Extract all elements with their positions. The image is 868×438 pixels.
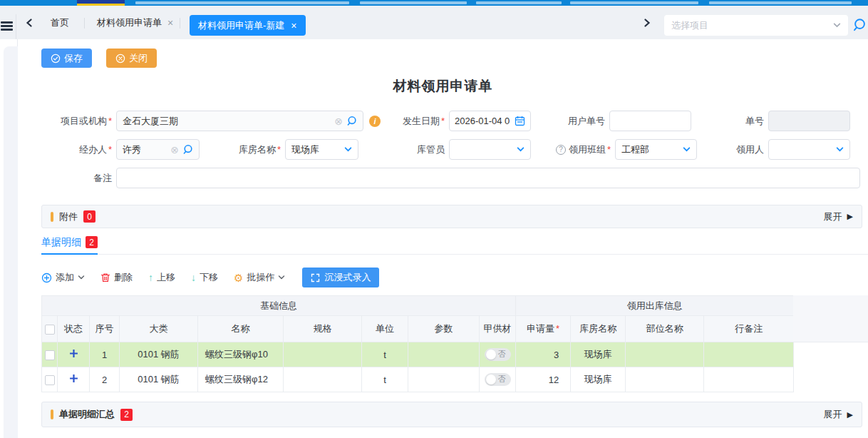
supplied-toggle[interactable]: 否 (485, 373, 511, 386)
cell-qty[interactable]: 3 (516, 342, 571, 367)
save-button[interactable]: 保存 (41, 49, 92, 68)
top-menu-strip (0, 0, 868, 6)
chevron-down-icon (344, 146, 352, 153)
date-input[interactable]: 2026-01-04 0 (449, 111, 531, 131)
project-input[interactable]: 金石大厦三期 ⊗ (116, 111, 363, 131)
search-icon[interactable] (346, 116, 357, 126)
expand-label: 展开 (824, 210, 842, 223)
form-content: 保存 关闭 材料领用申请单 项目或机构* 金石大厦三期 ⊗ i 发生日期* (18, 39, 868, 438)
row-checkbox[interactable] (45, 375, 55, 385)
table-row[interactable]: 2 0101 钢筋 螺纹三级钢φ12 t 否 12 现场库 (42, 367, 794, 392)
select-all-checkbox[interactable] (45, 325, 55, 335)
row-status-cell (58, 367, 90, 392)
delete-row-button[interactable]: 删除 (100, 271, 133, 284)
close-button[interactable]: 关闭 (106, 49, 157, 68)
handler-value: 许秀 (123, 143, 167, 156)
add-row-button[interactable]: 添加 (41, 271, 85, 284)
doc-no-label: 单号 (745, 115, 764, 128)
summary-expand-button[interactable]: 展开 ▶ (824, 408, 853, 421)
tab-home[interactable]: 首页 (51, 16, 69, 30)
chevron-down-icon (78, 274, 85, 281)
cell-row-remark[interactable] (704, 367, 794, 392)
col-category: 大类 (120, 316, 198, 342)
attachments-section-bar[interactable]: 附件 0 展开 ▶ (41, 205, 862, 228)
attachments-label: 附件 (59, 210, 78, 223)
col-spec: 规格 (284, 316, 362, 342)
team-select[interactable]: 工程部 (615, 139, 697, 160)
remark-input[interactable] (116, 168, 860, 188)
cell-name[interactable]: 螺纹三级钢φ10 (198, 342, 284, 367)
delete-label: 删除 (114, 271, 133, 284)
move-up-button[interactable]: ↑ 上移 (148, 271, 175, 284)
cell-unit[interactable]: t (362, 367, 408, 392)
handler-input[interactable]: 许秀 ⊗ (116, 139, 200, 160)
tab-label: 材料领用申请单 (97, 16, 162, 29)
col-seq: 序号 (90, 316, 120, 342)
batch-operations-button[interactable]: ⚙ 批操作 (234, 271, 285, 284)
chevron-down-icon (278, 274, 285, 281)
close-icon[interactable]: × (167, 17, 173, 29)
cell-warehouse[interactable]: 现场库 (571, 342, 626, 367)
hamburger-menu-icon[interactable] (1, 21, 13, 31)
arrow-up-icon: ↑ (148, 272, 153, 283)
move-down-button[interactable]: ↓ 下移 (191, 271, 218, 284)
detail-tab-label: 单据明细 (41, 236, 81, 249)
gear-icon: ⚙ (234, 273, 243, 283)
col-supplied: 甲供材 (480, 316, 516, 342)
cell-category[interactable]: 0101 钢筋 (120, 367, 198, 392)
cell-warehouse[interactable]: 现场库 (571, 367, 626, 392)
plus-status-icon[interactable] (69, 374, 78, 383)
global-search-icon[interactable] (852, 18, 867, 34)
summary-label: 单据明细汇总 (59, 408, 115, 421)
remark-label: 备注 (93, 172, 112, 185)
plus-status-icon[interactable] (69, 349, 78, 358)
user-no-input[interactable] (609, 111, 691, 131)
tabs-scroll-right-icon[interactable] (644, 16, 651, 30)
cell-param[interactable] (408, 342, 480, 367)
cell-seq: 2 (90, 367, 120, 392)
cell-name[interactable]: 螺纹三级钢φ12 (198, 367, 284, 392)
group-header-row: 基础信息 领用出库信息 (42, 296, 794, 316)
tabs-scroll-left-icon[interactable] (26, 16, 33, 30)
cell-part[interactable] (626, 367, 704, 392)
attachments-expand-button[interactable]: 展开 ▶ (824, 210, 853, 223)
clear-icon[interactable]: ⊗ (170, 144, 179, 156)
col-status: 状态 (58, 316, 90, 342)
tab-detail-lines[interactable]: 单据明细 2 (41, 236, 98, 255)
cell-row-remark[interactable] (704, 342, 794, 367)
cell-supplied: 否 (480, 342, 516, 367)
tab-requisition-list[interactable]: 材料领用申请单 × (97, 16, 173, 30)
warehouse-select[interactable]: 现场库 (285, 139, 358, 160)
clear-icon[interactable]: ⊗ (334, 116, 343, 127)
help-icon[interactable]: ? (556, 145, 566, 155)
row-checkbox[interactable] (45, 350, 55, 360)
cell-category[interactable]: 0101 钢筋 (120, 342, 198, 367)
cell-unit[interactable]: t (362, 342, 408, 367)
field-remark: 备注 (38, 168, 860, 188)
x-circle-icon (115, 54, 125, 63)
tab-requisition-new-active[interactable]: 材料领用申请单-新建 × (190, 15, 306, 36)
cell-param[interactable] (408, 367, 480, 392)
col-param: 参数 (408, 316, 480, 342)
info-icon[interactable]: i (369, 116, 381, 127)
project-switcher-select[interactable]: 选择项目 (664, 15, 848, 36)
topbar-menu-clipped (570, 1, 698, 4)
table-row[interactable]: 1 0101 钢筋 螺纹三级钢φ10 t 否 3 现场库 (42, 342, 794, 367)
tab-bar: 首页 材料领用申请单 × 材料领用申请单-新建 × 选择项目 (0, 6, 868, 39)
cell-spec[interactable] (284, 367, 362, 392)
cell-spec[interactable] (284, 342, 362, 367)
header-form: 项目或机构* 金石大厦三期 ⊗ i 发生日期* 2026-01-04 0 用户单… (18, 106, 868, 190)
keeper-select[interactable] (449, 139, 531, 160)
trash-icon (100, 273, 110, 282)
cell-qty[interactable]: 12 (516, 367, 571, 392)
cell-part[interactable] (626, 342, 704, 367)
summary-section-bar[interactable]: 单据明细汇总 2 展开 ▶ (41, 402, 862, 427)
close-icon[interactable]: × (291, 20, 296, 31)
col-unit: 单位 (362, 316, 408, 342)
recipient-select[interactable] (768, 139, 850, 160)
expand-arrow-icon: ▶ (847, 410, 853, 419)
move-up-label: 上移 (157, 271, 175, 284)
search-icon[interactable] (182, 144, 193, 155)
immersive-entry-button[interactable]: 沉浸式录入 (302, 268, 379, 287)
supplied-toggle[interactable]: 否 (485, 348, 511, 361)
